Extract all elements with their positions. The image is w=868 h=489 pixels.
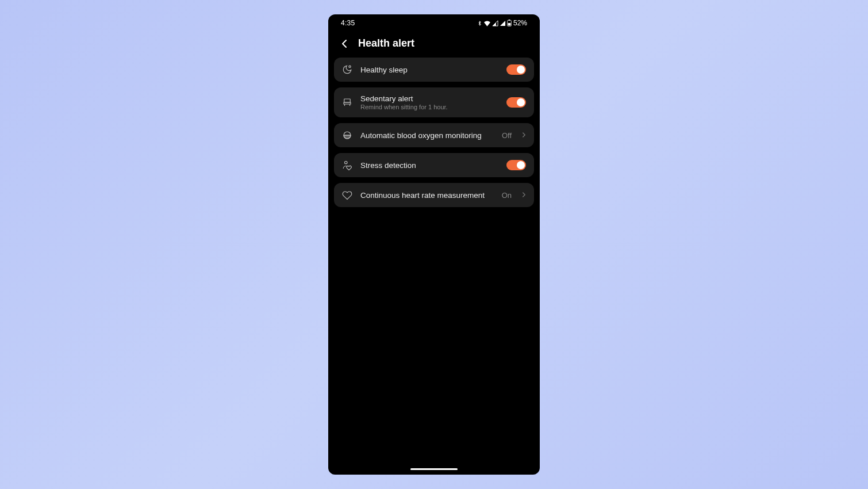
svg-point-6 — [345, 161, 348, 164]
svg-point-3 — [349, 66, 351, 67]
heart-icon — [342, 190, 352, 200]
setting-label: Healthy sleep — [360, 66, 498, 74]
chevron-left-icon — [341, 39, 347, 48]
wifi-icon — [483, 20, 491, 26]
settings-list: Healthy sleep Sedentary alert Remind whe… — [328, 58, 540, 207]
chevron-right-icon — [522, 130, 526, 140]
status-time: 4:35 — [341, 19, 355, 27]
battery-text: 52% — [513, 19, 527, 27]
svg-rect-2 — [508, 23, 511, 25]
toggle-healthy-sleep[interactable] — [506, 64, 526, 75]
bluetooth-icon — [477, 20, 482, 26]
battery-icon — [507, 20, 512, 26]
chair-icon — [342, 97, 352, 108]
svg-rect-4 — [344, 99, 351, 102]
setting-label: Automatic blood oxygen monitoring — [360, 131, 494, 140]
phone-frame: 4:35 52% Health alert — [328, 14, 540, 475]
setting-subtitle: Remind when sitting for 1 hour. — [360, 104, 498, 110]
setting-blood-oxygen[interactable]: Automatic blood oxygen monitoring Off — [334, 123, 534, 147]
setting-stress[interactable]: Stress detection — [334, 153, 534, 177]
stress-icon — [342, 160, 352, 170]
signal-icon — [492, 20, 498, 26]
signal-icon-2 — [500, 20, 506, 26]
home-indicator[interactable] — [410, 468, 458, 470]
toggle-stress[interactable] — [506, 160, 526, 170]
setting-sedentary[interactable]: Sedentary alert Remind when sitting for … — [334, 87, 534, 117]
setting-heart-rate[interactable]: Continuous heart rate measurement On — [334, 183, 534, 207]
moon-icon — [342, 64, 352, 75]
setting-healthy-sleep[interactable]: Healthy sleep — [334, 58, 534, 82]
setting-label: Continuous heart rate measurement — [360, 191, 494, 200]
page-title: Health alert — [358, 37, 414, 49]
setting-value: Off — [502, 131, 512, 140]
toggle-sedentary[interactable] — [506, 97, 526, 108]
page-header: Health alert — [328, 32, 540, 58]
chevron-right-icon — [522, 190, 526, 200]
status-indicators: 52% — [477, 19, 527, 27]
status-bar: 4:35 52% — [328, 14, 540, 32]
setting-label: Stress detection — [360, 161, 498, 170]
svg-rect-1 — [509, 20, 510, 20]
back-button[interactable] — [339, 38, 350, 49]
blood-oxygen-icon — [342, 130, 352, 140]
setting-value: On — [502, 191, 512, 200]
setting-label: Sedentary alert — [360, 94, 498, 103]
